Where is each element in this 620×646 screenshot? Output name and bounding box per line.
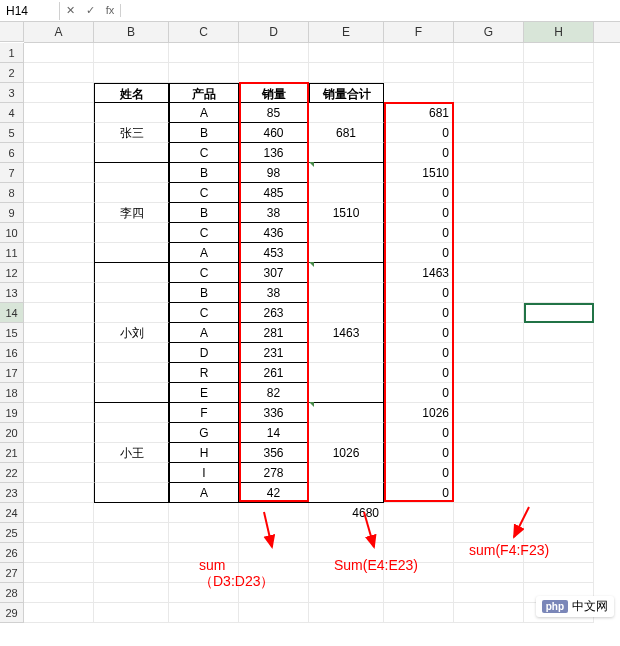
cell-H6[interactable]	[524, 143, 594, 163]
row-header[interactable]: 9	[0, 203, 24, 223]
cell-H17[interactable]	[524, 363, 594, 383]
row-header[interactable]: 16	[0, 343, 24, 363]
cell-B28[interactable]	[94, 583, 169, 603]
cell-D22[interactable]: 278	[239, 463, 309, 483]
cell-C24[interactable]	[169, 503, 239, 523]
cell-G19[interactable]	[454, 403, 524, 423]
cell-F2[interactable]	[384, 63, 454, 83]
cell-E3[interactable]: 销量合计	[309, 83, 384, 103]
cell-A1[interactable]	[24, 43, 94, 63]
cell-C14[interactable]: C	[169, 303, 239, 323]
cell-E7[interactable]	[309, 163, 384, 183]
row-header[interactable]: 19	[0, 403, 24, 423]
cell-H8[interactable]	[524, 183, 594, 203]
cell-G4[interactable]	[454, 103, 524, 123]
cell-E4[interactable]	[309, 103, 384, 123]
cell-G16[interactable]	[454, 343, 524, 363]
cell-D27[interactable]	[239, 563, 309, 583]
cell-B12[interactable]	[94, 263, 169, 283]
cell-B25[interactable]	[94, 523, 169, 543]
cell-B2[interactable]	[94, 63, 169, 83]
cell-F5[interactable]: 0	[384, 123, 454, 143]
cell-G14[interactable]	[454, 303, 524, 323]
cell-D24[interactable]	[239, 503, 309, 523]
cell-F18[interactable]: 0	[384, 383, 454, 403]
row-header[interactable]: 22	[0, 463, 24, 483]
cell-A13[interactable]	[24, 283, 94, 303]
cell-H13[interactable]	[524, 283, 594, 303]
cell-A15[interactable]	[24, 323, 94, 343]
cell-A8[interactable]	[24, 183, 94, 203]
cell-C17[interactable]: R	[169, 363, 239, 383]
cell-H19[interactable]	[524, 403, 594, 423]
cell-D14[interactable]: 263	[239, 303, 309, 323]
row-header[interactable]: 18	[0, 383, 24, 403]
cell-C15[interactable]: A	[169, 323, 239, 343]
cell-H1[interactable]	[524, 43, 594, 63]
cell-B7[interactable]	[94, 163, 169, 183]
row-header[interactable]: 23	[0, 483, 24, 503]
cell-D12[interactable]: 307	[239, 263, 309, 283]
cell-F29[interactable]	[384, 603, 454, 623]
cell-E23[interactable]	[309, 483, 384, 503]
cell-D15[interactable]: 281	[239, 323, 309, 343]
cell-F16[interactable]: 0	[384, 343, 454, 363]
cell-G26[interactable]	[454, 543, 524, 563]
fx-icon[interactable]: fx	[100, 4, 120, 17]
cell-B21[interactable]: 小王	[94, 443, 169, 463]
cell-G25[interactable]	[454, 523, 524, 543]
cell-G7[interactable]	[454, 163, 524, 183]
cell-B27[interactable]	[94, 563, 169, 583]
cell-D2[interactable]	[239, 63, 309, 83]
row-header[interactable]: 15	[0, 323, 24, 343]
cell-D21[interactable]: 356	[239, 443, 309, 463]
cell-B15[interactable]: 小刘	[94, 323, 169, 343]
row-header[interactable]: 26	[0, 543, 24, 563]
cell-C8[interactable]: C	[169, 183, 239, 203]
cell-H24[interactable]	[524, 503, 594, 523]
cell-D17[interactable]: 261	[239, 363, 309, 383]
cell-H4[interactable]	[524, 103, 594, 123]
cell-F17[interactable]: 0	[384, 363, 454, 383]
cell-C12[interactable]: C	[169, 263, 239, 283]
cell-D8[interactable]: 485	[239, 183, 309, 203]
cell-G1[interactable]	[454, 43, 524, 63]
cell-C3[interactable]: 产品	[169, 83, 239, 103]
cell-G9[interactable]	[454, 203, 524, 223]
cell-B19[interactable]	[94, 403, 169, 423]
cell-E24[interactable]: 4680	[309, 503, 384, 523]
cell-A27[interactable]	[24, 563, 94, 583]
cell-G6[interactable]	[454, 143, 524, 163]
cell-A25[interactable]	[24, 523, 94, 543]
cell-G29[interactable]	[454, 603, 524, 623]
cell-A18[interactable]	[24, 383, 94, 403]
cell-F23[interactable]: 0	[384, 483, 454, 503]
cell-E29[interactable]	[309, 603, 384, 623]
row-header[interactable]: 25	[0, 523, 24, 543]
cell-A19[interactable]	[24, 403, 94, 423]
cell-C19[interactable]: F	[169, 403, 239, 423]
cell-C26[interactable]	[169, 543, 239, 563]
cell-B4[interactable]	[94, 103, 169, 123]
cell-D5[interactable]: 460	[239, 123, 309, 143]
cell-C29[interactable]	[169, 603, 239, 623]
cell-A17[interactable]	[24, 363, 94, 383]
cell-F4[interactable]: 681	[384, 103, 454, 123]
cell-E9[interactable]: 1510	[309, 203, 384, 223]
col-header-G[interactable]: G	[454, 22, 524, 42]
cell-D23[interactable]: 42	[239, 483, 309, 503]
cell-D1[interactable]	[239, 43, 309, 63]
cell-G18[interactable]	[454, 383, 524, 403]
col-header-E[interactable]: E	[309, 22, 384, 42]
cell-B8[interactable]	[94, 183, 169, 203]
cell-G11[interactable]	[454, 243, 524, 263]
cell-B16[interactable]	[94, 343, 169, 363]
cell-B3[interactable]: 姓名	[94, 83, 169, 103]
cell-G2[interactable]	[454, 63, 524, 83]
cell-C25[interactable]	[169, 523, 239, 543]
cell-E12[interactable]	[309, 263, 384, 283]
cell-F6[interactable]: 0	[384, 143, 454, 163]
cell-E22[interactable]	[309, 463, 384, 483]
cell-H27[interactable]	[524, 563, 594, 583]
cell-B17[interactable]	[94, 363, 169, 383]
